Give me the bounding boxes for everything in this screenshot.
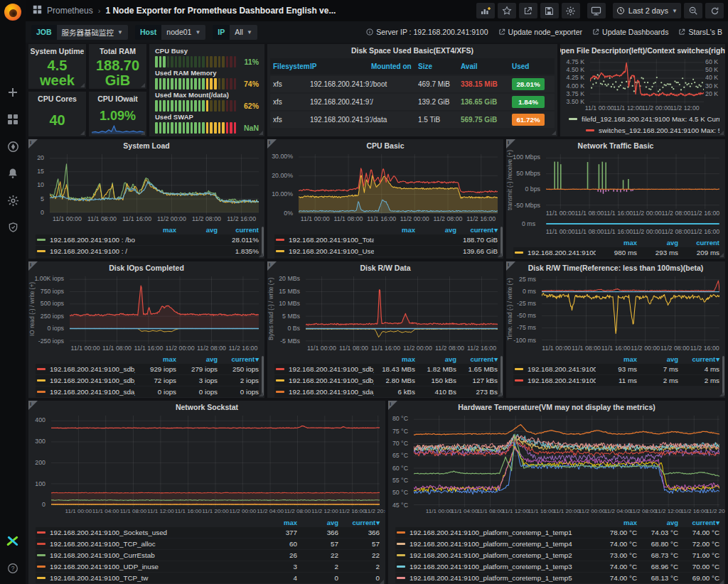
link-server-ip[interactable]: Server IP : 192.168.200.241:9100 <box>366 28 488 36</box>
legend-scrollbar[interactable] <box>722 356 724 396</box>
chart-area[interactable]: transmit (-) /receive (+)100 Mbps50 Mbps… <box>506 152 725 237</box>
legend-scrollbar[interactable] <box>500 356 503 396</box>
explore-icon[interactable] <box>4 138 21 155</box>
refresh-icon[interactable] <box>705 3 724 18</box>
legend-header[interactable]: maxavgcurrent▾ <box>36 355 259 364</box>
legend-header[interactable]: maxavgcurrent▾ <box>274 225 498 234</box>
legend-item[interactable]: 192.168.200.241:9100_sdb_Read bytes2.80 … <box>274 375 498 386</box>
legend-header-avg[interactable]: avg <box>637 239 678 247</box>
panel-title[interactable]: Hardware Temperature(VM may not display … <box>388 401 725 413</box>
chart-area[interactable]: 4.75 K4.50 K4.25 K4.00 K3.75 K3.50 K60 K… <box>560 57 725 114</box>
chart-plot[interactable] <box>306 276 498 344</box>
legend-item[interactable]: 192.168.200.241:9100_Used139.66 GiB <box>274 246 498 256</box>
legend-header-max[interactable]: max <box>256 519 297 526</box>
save-icon[interactable] <box>540 3 559 18</box>
legend-header-current[interactable]: current▾ <box>678 519 719 526</box>
legend-scrollbar[interactable] <box>262 356 264 396</box>
dashboard-icon[interactable] <box>33 5 42 16</box>
legend-header-current[interactable]: current▾ <box>456 355 498 363</box>
zoom-out-icon[interactable] <box>684 3 702 18</box>
legend-item[interactable]: 192.168.200.241:9100_platform_coretemp_1… <box>395 539 719 549</box>
panel-title[interactable]: CPU Basic <box>267 139 503 152</box>
panel-title[interactable]: Disk R/W Time(Reference: less than 100ms… <box>506 261 725 274</box>
legend-item[interactable]: 192.168.200.241:9100_platform_coretemp_1… <box>395 573 719 583</box>
legend-header-avg[interactable]: avg <box>637 355 678 363</box>
chart-area[interactable]: 2015105011/1 00:0011/1 08:0011/1 16:0011… <box>28 152 264 225</box>
legend-item[interactable]: filefd_192.168.200.241:9100 Max: 4.5 K C… <box>567 114 719 124</box>
legend-item[interactable]: 192.168.200.241:9100_TCP_alloc605757 <box>36 539 380 549</box>
legend-header[interactable]: maxavgcurrent <box>36 225 259 234</box>
panel-title[interactable]: Total RAM <box>100 45 136 57</box>
plus-icon[interactable] <box>4 84 21 101</box>
legend-scrollbar[interactable] <box>500 227 503 256</box>
legend-header-avg[interactable]: avg <box>176 226 218 234</box>
legend-item[interactable]: 192.168.200.241:9100 : /1.835% <box>36 246 259 256</box>
chart-plot[interactable] <box>50 154 259 215</box>
legend-header[interactable]: maxavgcurrent▾ <box>395 518 719 527</box>
chart-area[interactable]: 30.00%20.00%10.00%0%11/1 00:0011/1 08:00… <box>267 152 503 225</box>
chart-plot[interactable] <box>546 154 719 209</box>
legend-header[interactable]: maxavgcurrent▾ <box>36 518 380 527</box>
legend-header-current[interactable]: current▾ <box>678 355 719 363</box>
legend-header[interactable]: maxavgcurrent▾ <box>513 355 719 364</box>
time-range-picker[interactable]: Last 2 days ▼ <box>613 3 681 18</box>
legend-scrollbar[interactable] <box>262 227 264 256</box>
help-icon[interactable]: ? <box>4 560 21 577</box>
legend-header[interactable]: maxavgcurrent <box>513 238 719 247</box>
chart-plot[interactable] <box>414 416 719 507</box>
legend-header-avg[interactable]: avg <box>415 355 456 363</box>
legend-item[interactable]: 192.168.200.241:9100_Available49.04 GiB <box>274 257 498 259</box>
legend-item[interactable]: 192.168.200.241:9100_sdb_Reads completed… <box>36 375 259 386</box>
legend-item[interactable]: 192.168.200.241:9100_sda_Writes complete… <box>36 386 259 397</box>
panel-title[interactable]: System Uptime <box>31 45 85 57</box>
legend-item[interactable]: 192.168.200.241:9100_sdb_Writes complete… <box>36 364 259 374</box>
legend-item[interactable]: 192.168.200.241:9100_Total188.70 GiB <box>274 234 498 245</box>
table-header-cell[interactable]: Avail <box>461 63 512 70</box>
chart-plot[interactable] <box>542 276 719 344</box>
settings-icon[interactable] <box>4 192 21 209</box>
panel-title[interactable]: CPU Cores <box>38 93 77 104</box>
legend-item[interactable]: 192.168.200.241:9100_platform_coretemp_1… <box>395 527 719 538</box>
link-starsl-blog[interactable]: StarsL's B <box>678 28 722 36</box>
share-button[interactable] <box>519 3 537 18</box>
legend-header-current[interactable]: current▾ <box>218 355 259 363</box>
panel-title[interactable]: System Load <box>28 139 264 152</box>
legend-header[interactable]: maxavgcurrent▾ <box>274 355 498 364</box>
legend-item[interactable]: 192.168.200.241:9100_Sockets_used3773663… <box>36 527 380 538</box>
legend-item[interactable]: 192.168.200.241:9100_CurrEstab262222 <box>36 550 380 561</box>
panel-title[interactable]: Open File Descriptor(left)/Context switc… <box>560 44 725 57</box>
add-panel-button[interactable] <box>476 3 495 18</box>
table-header-cell[interactable]: IP <box>310 63 371 70</box>
legend-header-current[interactable]: current <box>678 239 719 247</box>
panel-title[interactable]: Disk Space Used Basic(EXT4/XFS) <box>267 44 557 57</box>
panel-title[interactable]: Disk IOps Completed <box>28 261 264 274</box>
table-header-cell[interactable]: Mounted on <box>371 63 418 70</box>
legend-header-current[interactable]: current▾ <box>456 226 498 234</box>
intercom-icon[interactable] <box>4 533 21 550</box>
variable-host[interactable]: Host node01▼ <box>135 25 205 40</box>
panel-title[interactable]: Disk R/W Data <box>267 261 503 274</box>
link-update-dashboards[interactable]: Update Dashboards <box>592 28 668 36</box>
breadcrumb-folder[interactable]: Prometheus <box>47 6 93 16</box>
chart-plot[interactable] <box>590 59 704 104</box>
legend-header-max[interactable]: max <box>374 226 415 234</box>
legend-item[interactable]: 192.168.200.241:9100 : /data61.724% <box>36 257 259 259</box>
legend-item[interactable]: 192.168.200.241:9100_sdb_Write time11 ms… <box>513 375 719 386</box>
chart-plot[interactable] <box>70 276 259 344</box>
chart-area[interactable]: Time. read (-) / write (+)25 ms0 ms-25 m… <box>506 274 725 354</box>
legend-item[interactable]: 192.168.200.241:9100_sdb_Written bytes18… <box>274 364 498 374</box>
gear-icon[interactable] <box>562 3 580 18</box>
chart-area[interactable]: 400300200100011/1 00:0011/1 04:0011/1 08… <box>28 413 385 517</box>
legend-header-avg[interactable]: avg <box>637 519 678 526</box>
page-title[interactable]: 1 Node Exporter for Prometheus Dashboard… <box>105 6 336 16</box>
panel-title[interactable]: Network Traffic Basic <box>506 139 725 152</box>
legend-header-max[interactable]: max <box>596 239 637 247</box>
variable-ip[interactable]: IP All▼ <box>213 25 257 40</box>
star-button[interactable] <box>498 3 516 18</box>
link-update-node-exporter[interactable]: Update node_exporter <box>498 28 583 36</box>
legend-item[interactable]: switches_192.168.200.241:9100 Max: 58.9 … <box>567 125 719 136</box>
legend-item[interactable]: 192.168.200.241:9100_sdb_ IO time980 ms2… <box>513 247 719 258</box>
legend-item[interactable]: 192.168.200.241:9100_TCP_tw400 <box>36 573 380 583</box>
table-header-cell[interactable]: Size <box>418 63 461 70</box>
panel-title[interactable]: CPU IOwait <box>97 93 138 104</box>
